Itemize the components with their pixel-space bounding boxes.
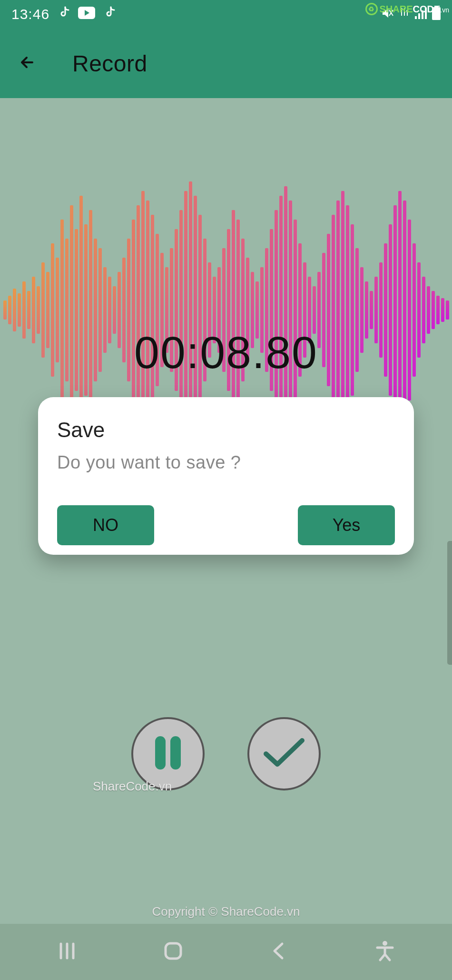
waveform-bar	[89, 210, 92, 410]
save-dialog: Save Do you want to save ? NO Yes	[38, 397, 414, 555]
waveform-bar	[441, 298, 444, 322]
waveform-bar	[79, 196, 83, 424]
yes-button[interactable]: Yes	[298, 505, 395, 545]
waveform-bar	[446, 300, 449, 320]
sharecode-logo: ♻ SHARECODE.vn	[365, 3, 450, 15]
app-bar: Record	[0, 29, 452, 98]
waveform-bar	[70, 205, 73, 415]
waveform-bar	[27, 291, 30, 329]
back-icon[interactable]	[18, 52, 39, 75]
no-button[interactable]: NO	[57, 505, 154, 545]
home-icon	[162, 940, 184, 964]
waveform-bar	[146, 200, 149, 420]
accessibility-button[interactable]	[371, 938, 399, 966]
waveform-bar	[370, 291, 373, 329]
waveform-bar	[403, 200, 406, 420]
waveform-bar	[179, 210, 183, 410]
recents-icon	[56, 940, 78, 964]
waveform-bar	[232, 210, 235, 410]
waveform-bar	[3, 300, 7, 320]
dialog-message: Do you want to save ?	[57, 452, 395, 473]
back-nav-button[interactable]	[265, 938, 293, 966]
content-area: 00:08.80 Save Do you want to save ? NO Y…	[0, 98, 452, 924]
svg-rect-11	[155, 736, 166, 770]
svg-rect-12	[170, 736, 181, 770]
waveform-bar	[275, 210, 278, 410]
status-clock: 13:46	[11, 6, 49, 22]
waveform-bar	[279, 196, 283, 424]
waveform-bar	[393, 205, 397, 415]
nav-bar	[0, 924, 452, 980]
watermark-bottom: Copyright © ShareCode.vn	[0, 904, 452, 919]
waveform-bar	[18, 293, 21, 327]
check-icon	[260, 734, 308, 774]
page-title: Record	[72, 50, 147, 77]
waveform-bar	[346, 205, 349, 415]
waveform-bar	[289, 200, 292, 420]
waveform-bar	[432, 291, 435, 329]
waveform-bar	[8, 296, 11, 324]
watermark-mid: ShareCode.vn	[93, 779, 172, 794]
recents-button[interactable]	[53, 938, 81, 966]
chevron-left-icon	[268, 940, 290, 964]
waveform-bar	[184, 191, 187, 429]
svg-rect-5	[415, 16, 417, 19]
waveform-bar	[398, 191, 402, 429]
waveform-bar	[336, 200, 340, 420]
status-left: 13:46	[11, 6, 115, 23]
dialog-title: Save	[57, 418, 395, 442]
home-button[interactable]	[159, 938, 187, 966]
tiktok-icon	[104, 6, 115, 23]
recycle-icon: ♻	[365, 3, 378, 15]
dialog-buttons: NO Yes	[57, 505, 395, 545]
record-controls	[0, 717, 452, 790]
waveform-bar	[284, 186, 287, 434]
waveform-bar	[194, 196, 197, 424]
record-timer: 00:08.80	[0, 327, 452, 379]
waveform-bar	[341, 191, 344, 429]
waveform-bar	[13, 289, 16, 331]
svg-point-17	[383, 941, 387, 946]
accessibility-icon	[375, 940, 394, 964]
tiktok-icon	[58, 6, 69, 23]
scrollbar[interactable]	[447, 541, 452, 665]
youtube-icon	[78, 6, 95, 22]
pause-icon	[151, 734, 185, 774]
waveform-bar	[436, 296, 440, 324]
waveform-bar	[137, 205, 140, 415]
waveform-bar	[141, 191, 145, 429]
done-button[interactable]	[247, 717, 321, 790]
svg-rect-16	[166, 943, 181, 959]
